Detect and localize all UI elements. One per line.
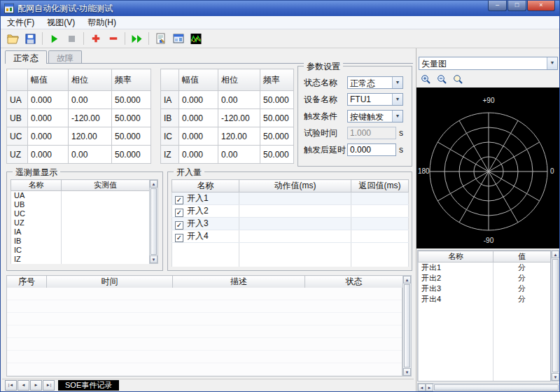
chevron-down-icon[interactable]: ▼ — [392, 111, 402, 122]
scrollbar-thumb[interactable] — [552, 259, 559, 372]
run-all-button[interactable] — [128, 31, 146, 47]
amplitude-cell[interactable]: 0.000 — [28, 91, 69, 109]
add-state-button[interactable] — [87, 31, 104, 47]
frequency-cell[interactable]: 50.000 — [112, 91, 151, 109]
tab-normal-state[interactable]: 正常态 — [5, 50, 47, 64]
maximize-button[interactable]: □ — [507, 1, 526, 11]
list-item: IB — [11, 237, 150, 246]
open-button[interactable] — [4, 31, 22, 47]
remove-state-button[interactable] — [104, 31, 122, 47]
close-button[interactable]: × — [527, 1, 555, 11]
amplitude-cell[interactable]: 0.000 — [179, 109, 218, 127]
col-header-name: 名称 — [11, 180, 62, 191]
checkbox[interactable]: ✓ — [175, 221, 183, 230]
trigger-condition-select[interactable]: 按键触发 ▼ — [347, 110, 403, 122]
right-panel-hscrollbar[interactable]: ◄ ► — [417, 383, 560, 392]
frequency-cell[interactable]: 50.000 — [112, 109, 151, 127]
amplitude-cell[interactable]: 0.000 — [179, 146, 218, 164]
seconds-unit: s — [399, 145, 403, 155]
phase-cell[interactable]: 120.00 — [69, 127, 112, 146]
row-header: UC — [7, 127, 28, 146]
prev-page-button[interactable]: ◄ — [18, 380, 29, 391]
amplitude-cell[interactable]: 0.000 — [28, 127, 69, 146]
phase-cell[interactable]: -120.00 — [69, 109, 112, 127]
output-table-scrollbar[interactable]: ▲ ▼ — [551, 250, 560, 382]
frequency-cell[interactable]: 50.000 — [260, 91, 294, 109]
amplitude-cell[interactable]: 0.000 — [28, 146, 69, 164]
tab-fault-state[interactable]: 故障 — [48, 50, 82, 63]
signal-name[interactable]: UC — [11, 209, 62, 218]
stop-button[interactable] — [63, 31, 80, 47]
scroll-up-icon[interactable]: ▲ — [403, 276, 411, 284]
signal-name[interactable]: IC — [11, 246, 62, 255]
state-name-select[interactable]: 正常态 ▼ — [347, 76, 403, 89]
phase-cell[interactable]: 0.00 — [218, 91, 260, 109]
zoom-in-button[interactable] — [419, 73, 433, 85]
signal-name[interactable]: IZ — [11, 255, 62, 264]
test-time-input[interactable] — [347, 127, 396, 139]
scrollbar-thumb[interactable] — [404, 284, 410, 368]
next-page-button[interactable]: ► — [30, 380, 42, 391]
menu-help[interactable]: 帮助(H) — [81, 15, 122, 30]
scroll-up-icon[interactable]: ▲ — [552, 251, 559, 258]
amplitude-cell[interactable]: 0.000 — [179, 127, 218, 146]
minimize-button[interactable]: – — [488, 1, 507, 11]
soe-scrollbar[interactable]: ▲ ▼ — [402, 275, 412, 377]
report-button[interactable] — [152, 31, 169, 47]
checkbox[interactable]: ✓ — [175, 234, 183, 242]
checkbox[interactable]: ✓ — [175, 209, 183, 217]
view-select[interactable]: 矢量图 ▼ — [419, 57, 558, 70]
last-page-button[interactable]: ►| — [43, 380, 55, 391]
signal-name[interactable]: UB — [11, 200, 62, 209]
signal-name[interactable]: UA — [11, 191, 62, 200]
checkbox[interactable]: ✓ — [175, 196, 183, 204]
phase-cell[interactable]: 0.00 — [69, 91, 112, 109]
frequency-cell[interactable]: 50.000 — [112, 127, 151, 146]
scroll-down-icon[interactable]: ▼ — [150, 255, 158, 263]
telemetry-scrollbar[interactable]: ▲ ▼ — [149, 179, 158, 264]
zoom-reset-button[interactable] — [451, 73, 465, 85]
save-button[interactable] — [22, 31, 39, 47]
save-icon — [25, 34, 36, 44]
view-window-button[interactable] — [169, 31, 187, 47]
trigger-delay-input[interactable] — [347, 144, 396, 156]
chevron-down-icon[interactable]: ▼ — [392, 94, 402, 105]
phase-cell[interactable]: 0.00 — [218, 146, 260, 164]
scroll-right-icon[interactable]: ► — [426, 384, 433, 391]
amplitude-cell[interactable]: 0.000 — [179, 91, 218, 109]
first-page-button[interactable]: |◄ — [5, 380, 17, 391]
scrollbar-thumb[interactable] — [434, 384, 559, 391]
phase-cell[interactable]: -120.00 — [218, 109, 260, 127]
right-panel: 矢量图 ▼ — [416, 48, 560, 392]
scroll-up-icon[interactable]: ▲ — [150, 180, 158, 188]
signal-name[interactable]: IA — [11, 227, 62, 237]
scrollbar-thumb[interactable] — [150, 188, 157, 255]
col-header-return-value: 返回值(ms) — [351, 180, 409, 192]
phase-cell[interactable]: 0.00 — [69, 146, 112, 164]
menu-view[interactable]: 视图(V) — [41, 15, 81, 30]
frequency-cell[interactable]: 50.000 — [112, 146, 151, 164]
frequency-cell[interactable]: 50.000 — [260, 127, 294, 146]
scroll-down-icon[interactable]: ▼ — [403, 368, 411, 376]
chevron-down-icon[interactable]: ▼ — [392, 77, 402, 88]
phase-cell[interactable]: 120.00 — [218, 127, 260, 146]
scroll-left-icon[interactable]: ◄ — [418, 384, 426, 391]
tab-soe-events[interactable]: SOE事件记录 — [58, 380, 119, 391]
scroll-down-icon[interactable]: ▼ — [552, 373, 559, 381]
waveform-button[interactable] — [187, 31, 204, 47]
zoom-out-button[interactable] — [435, 73, 449, 85]
signal-name[interactable]: UZ — [11, 218, 62, 227]
row-header: UA — [7, 91, 28, 109]
title-bar[interactable]: 配网自动化测试-功能测试 – □ × — [1, 1, 559, 16]
check-icon: ✓ — [176, 197, 182, 204]
device-name-select[interactable]: FTU1 ▼ — [347, 93, 403, 106]
toolbar-separator — [83, 32, 84, 45]
frequency-cell[interactable]: 50.000 — [260, 109, 294, 127]
amplitude-cell[interactable]: 0.000 — [28, 109, 69, 127]
frequency-cell[interactable]: 50.000 — [260, 146, 294, 164]
chevron-down-icon[interactable]: ▼ — [547, 57, 557, 69]
start-button[interactable] — [46, 31, 63, 47]
signal-name[interactable]: IB — [11, 237, 62, 246]
menu-file[interactable]: 文件(F) — [1, 15, 41, 30]
trigger-delay-label: 触发后延时 — [304, 144, 347, 156]
